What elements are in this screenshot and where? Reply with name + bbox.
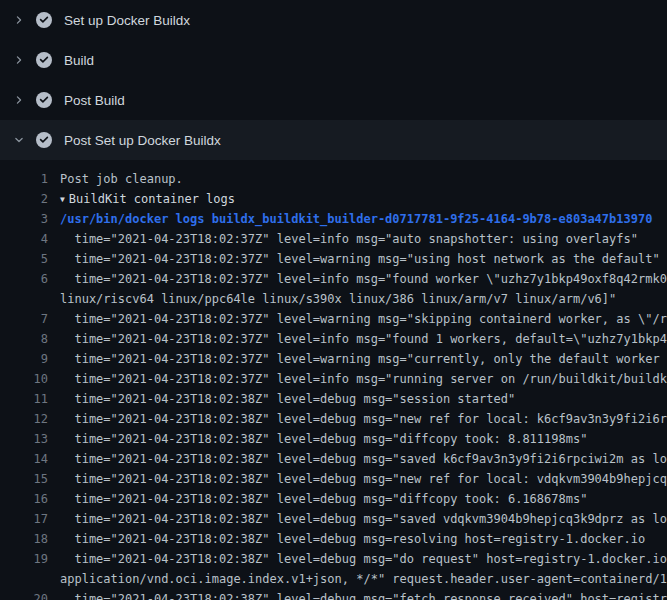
log-line: 16 time="2021-04-23T18:02:38Z" level=deb… [0,489,667,509]
log-line: 17 time="2021-04-23T18:02:38Z" level=deb… [0,509,667,529]
chevron-right-icon [14,12,24,28]
log-line-text: time="2021-04-23T18:02:38Z" level=debug … [48,529,645,549]
log-line-text: /usr/bin/docker logs buildx_buildkit_bui… [48,209,652,229]
log-line-number [0,569,48,589]
log-line: 10 time="2021-04-23T18:02:37Z" level=inf… [0,369,667,389]
log-line: 8 time="2021-04-23T18:02:37Z" level=info… [0,329,667,349]
chevron-right-icon [14,92,24,108]
step-title: Post Build [64,93,125,108]
log-line-text: time="2021-04-23T18:02:37Z" level=info m… [48,369,667,389]
log-line-text: time="2021-04-23T18:02:38Z" level=debug … [48,389,515,409]
log-line-number[interactable]: 1 [0,169,48,189]
step-title: Set up Docker Buildx [64,13,190,28]
log-line-number[interactable]: 14 [0,449,48,469]
log-group-toggle[interactable]: ▼BuildKit container logs [48,189,235,209]
log-output: 1 Post job cleanup. 2 ▼BuildKit containe… [0,160,667,600]
log-line: application/vnd.oci.image.index.v1+json,… [0,569,667,589]
log-line-number[interactable]: 11 [0,389,48,409]
log-line-text: linux/riscv64 linux/ppc64le linux/s390x … [48,289,616,309]
log-line-text: time="2021-04-23T18:02:38Z" level=debug … [48,469,667,489]
log-line: 11 time="2021-04-23T18:02:38Z" level=deb… [0,389,667,409]
log-line-number[interactable]: 7 [0,309,48,329]
group-caret-icon: ▼ [60,190,65,210]
log-line-text: time="2021-04-23T18:02:38Z" level=debug … [48,549,667,569]
log-line: 9 time="2021-04-23T18:02:37Z" level=warn… [0,349,667,369]
step-title: Build [64,53,94,68]
log-line-number[interactable]: 19 [0,549,48,569]
log-line-number[interactable]: 16 [0,489,48,509]
log-line: 14 time="2021-04-23T18:02:38Z" level=deb… [0,449,667,469]
step-header-set-up-docker-buildx[interactable]: Set up Docker Buildx [0,0,667,40]
check-circle-icon [36,92,52,108]
log-line-text: time="2021-04-23T18:02:38Z" level=debug … [48,589,667,600]
log-line: 18 time="2021-04-23T18:02:38Z" level=deb… [0,529,667,549]
chevron-right-icon [14,52,24,68]
log-line: 13 time="2021-04-23T18:02:38Z" level=deb… [0,429,667,449]
log-line-number[interactable]: 13 [0,429,48,449]
log-line-text: time="2021-04-23T18:02:37Z" level=warnin… [48,249,660,269]
log-line-number [0,289,48,309]
log-line: 20 time="2021-04-23T18:02:38Z" level=deb… [0,589,667,600]
chevron-down-icon [14,132,24,148]
step-header-build[interactable]: Build [0,40,667,80]
log-line: 12 time="2021-04-23T18:02:38Z" level=deb… [0,409,667,429]
step-header-post-set-up-docker-buildx[interactable]: Post Set up Docker Buildx [0,120,667,160]
check-circle-icon [36,132,52,148]
log-line-number[interactable]: 8 [0,329,48,349]
log-line: 19 time="2021-04-23T18:02:38Z" level=deb… [0,549,667,569]
log-line-text: time="2021-04-23T18:02:37Z" level=warnin… [48,349,667,369]
log-line: 15 time="2021-04-23T18:02:38Z" level=deb… [0,469,667,489]
steps-list: Set up Docker Buildx Build P [0,0,667,160]
log-line: 6 time="2021-04-23T18:02:37Z" level=info… [0,269,667,289]
log-line-number[interactable]: 15 [0,469,48,489]
log-line: 4 time="2021-04-23T18:02:37Z" level=info… [0,229,667,249]
check-circle-icon [36,52,52,68]
log-line-text: time="2021-04-23T18:02:37Z" level=warnin… [48,309,667,329]
log-line: 3 /usr/bin/docker logs buildx_buildkit_b… [0,209,667,229]
log-line-number[interactable]: 17 [0,509,48,529]
log-line-text: application/vnd.oci.image.index.v1+json,… [48,569,667,589]
log-line: 5 time="2021-04-23T18:02:37Z" level=warn… [0,249,667,269]
log-line-text: time="2021-04-23T18:02:37Z" level=info m… [48,329,667,349]
log-line-number[interactable]: 20 [0,589,48,600]
log-line-text: time="2021-04-23T18:02:37Z" level=info m… [48,229,638,249]
log-line-number[interactable]: 2 [0,189,48,209]
log-line-text: time="2021-04-23T18:02:37Z" level=info m… [48,269,667,289]
log-line-text: Post job cleanup. [48,169,183,189]
log-line-number[interactable]: 4 [0,229,48,249]
log-line-text: time="2021-04-23T18:02:38Z" level=debug … [48,429,587,449]
log-line: linux/riscv64 linux/ppc64le linux/s390x … [0,289,667,309]
log-line-text: time="2021-04-23T18:02:38Z" level=debug … [48,449,667,469]
log-line-text: time="2021-04-23T18:02:38Z" level=debug … [48,509,667,529]
step-header-post-build[interactable]: Post Build [0,80,667,120]
log-line-text: time="2021-04-23T18:02:38Z" level=debug … [48,409,667,429]
log-line-number[interactable]: 6 [0,269,48,289]
log-line-number[interactable]: 3 [0,209,48,229]
log-line-number[interactable]: 12 [0,409,48,429]
log-line-number[interactable]: 18 [0,529,48,549]
actions-log-viewer: Set up Docker Buildx Build P [0,0,667,600]
log-line: 7 time="2021-04-23T18:02:37Z" level=warn… [0,309,667,329]
log-line: 1 Post job cleanup. [0,169,667,189]
log-line-text: time="2021-04-23T18:02:38Z" level=debug … [48,489,587,509]
log-line: 2 ▼BuildKit container logs [0,189,667,209]
log-line-number[interactable]: 9 [0,349,48,369]
check-circle-icon [36,12,52,28]
log-line-number[interactable]: 5 [0,249,48,269]
log-line-number[interactable]: 10 [0,369,48,389]
step-title: Post Set up Docker Buildx [64,133,221,148]
